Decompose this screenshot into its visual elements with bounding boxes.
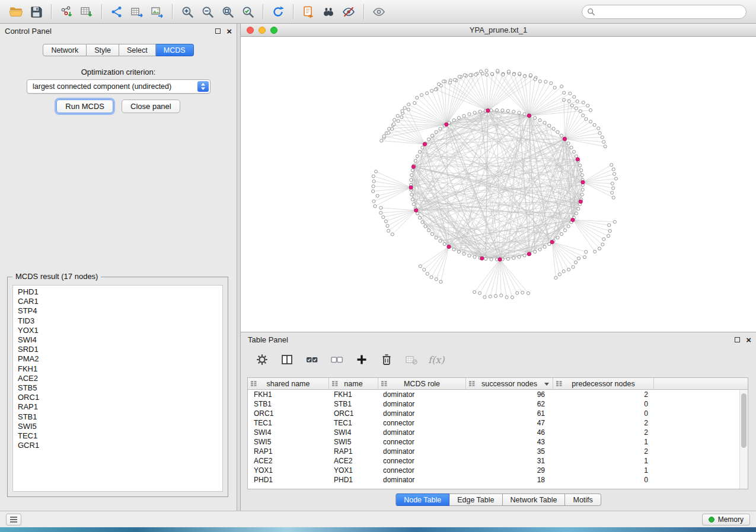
table-tab[interactable]: Edge Table [449, 493, 502, 506]
add-column-button[interactable] [353, 351, 370, 368]
export-table-button[interactable] [127, 3, 146, 21]
list-item[interactable]: SWI4 [13, 335, 222, 345]
column-header[interactable]: name [329, 378, 378, 390]
export-image-button[interactable] [148, 3, 167, 21]
status-menu-button[interactable] [6, 514, 21, 525]
clone-network-button[interactable] [299, 3, 318, 21]
show-graphics-details-button[interactable] [369, 3, 388, 21]
list-item[interactable]: PMA2 [13, 354, 222, 364]
table-row[interactable]: PHD1 PHD1 dominator 18 0 [248, 475, 748, 485]
table-settings-button[interactable] [254, 351, 270, 368]
zoom-fit-icon [221, 5, 235, 19]
table-tab[interactable]: Network Table [503, 493, 566, 506]
refresh-icon [271, 5, 285, 19]
search-box[interactable] [582, 5, 747, 19]
control-panel-close-button[interactable]: × [227, 27, 232, 36]
run-mcds-button[interactable]: Run MCDS [56, 100, 113, 113]
list-item[interactable]: STP4 [13, 306, 222, 316]
table-panel-float-button[interactable] [735, 337, 740, 342]
control-panel-float-button[interactable] [215, 28, 221, 34]
zoom-fit-button[interactable] [218, 3, 237, 21]
list-item[interactable]: TID3 [13, 316, 222, 326]
network-title: YPA_prune.txt_1 [241, 25, 756, 34]
open-session-button[interactable] [7, 3, 25, 21]
table-row[interactable]: STB1 STB1 dominator 62 0 [248, 399, 748, 409]
table-row[interactable]: TEC1 TEC1 connector 47 2 [248, 418, 748, 428]
table-row[interactable]: ACE2 ACE2 connector 31 1 [248, 456, 748, 466]
control-panel-tabs: NetworkStyleSelectMCDS [0, 44, 237, 56]
column-header[interactable]: predecessor nodes [553, 378, 654, 390]
network-window: YPA_prune.txt_1 [241, 24, 756, 332]
list-item[interactable]: TEC1 [13, 431, 222, 441]
deselect-all-button[interactable] [328, 351, 345, 368]
import-table-button[interactable] [77, 3, 96, 21]
refresh-layout-button[interactable] [269, 3, 288, 21]
column-grid-icon [381, 381, 387, 386]
column-header[interactable]: MCDS role [378, 378, 466, 390]
export-network-button[interactable] [107, 3, 126, 21]
table-disabled-icon [404, 352, 419, 367]
control-panel-tab[interactable]: Select [119, 44, 156, 56]
zoom-in-button[interactable] [178, 3, 197, 21]
column-grid-icon [251, 381, 257, 386]
binoculars-icon [321, 5, 336, 19]
hide-selection-button[interactable] [339, 3, 358, 21]
list-item[interactable]: ACE2 [13, 374, 222, 383]
list-item[interactable]: YOX1 [13, 326, 222, 335]
scrollbar-thumb[interactable] [741, 393, 747, 448]
column-header[interactable]: successor nodes [466, 378, 553, 390]
trash-icon [379, 352, 394, 367]
table-scrollbar[interactable] [739, 390, 748, 489]
table-row[interactable]: RAP1 RAP1 dominator 35 2 [248, 447, 748, 456]
zoom-out-button[interactable] [198, 3, 217, 21]
list-item[interactable]: GCR1 [13, 441, 222, 450]
table-row[interactable]: ORC1 ORC1 dominator 61 0 [248, 409, 748, 418]
select-all-button[interactable] [304, 351, 320, 368]
control-panel-tab[interactable]: Network [43, 44, 87, 56]
table-panel-close-button[interactable]: × [746, 335, 751, 344]
column-grid-icon [469, 381, 475, 386]
save-session-button[interactable] [27, 3, 46, 21]
table-tab[interactable]: Motifs [565, 493, 601, 506]
table-row[interactable]: SWI4 SWI4 dominator 46 2 [248, 428, 748, 437]
memory-status-dot [709, 517, 714, 523]
table-row[interactable]: SWI5 SWI5 connector 43 1 [248, 437, 748, 447]
list-item[interactable]: STB5 [13, 383, 222, 393]
list-item[interactable]: FKH1 [13, 364, 222, 374]
optimization-criterion-select[interactable]: largest connected component (undirected) [27, 79, 210, 94]
zoom-in-icon [180, 5, 194, 19]
list-item[interactable]: SWI5 [13, 422, 222, 431]
table-tab[interactable]: Node Table [395, 493, 449, 506]
list-item[interactable]: ORC1 [13, 393, 222, 402]
mcds-result-list[interactable]: PHD1CAR1STP4TID3YOX1SWI4SRD1PMA2FKH1ACE2… [12, 285, 223, 492]
column-chooser-button[interactable] [279, 351, 295, 368]
list-item[interactable]: PHD1 [13, 287, 222, 297]
import-table-disabled-button [403, 351, 420, 368]
table-row[interactable]: FKH1 FKH1 dominator 96 2 [248, 390, 748, 399]
function-builder-button[interactable]: f(x) [428, 354, 444, 366]
control-panel-tab[interactable]: Style [87, 44, 119, 56]
zoom-selected-button[interactable] [238, 3, 257, 21]
find-button[interactable] [319, 3, 338, 21]
search-input[interactable] [598, 7, 741, 16]
list-item[interactable]: CAR1 [13, 297, 222, 306]
network-graph [241, 37, 756, 332]
toolbar-separator [51, 4, 52, 20]
import-network-button[interactable] [57, 3, 76, 21]
memory-button[interactable]: Memory [702, 514, 750, 525]
close-panel-button[interactable]: Close panel [122, 100, 180, 113]
list-item[interactable]: SRD1 [13, 345, 222, 354]
table-panel-title: Table Panel [248, 335, 288, 344]
list-item[interactable]: STB1 [13, 412, 222, 422]
table-row[interactable]: YOX1 YOX1 connector 29 1 [248, 466, 748, 475]
export-table-icon [130, 5, 144, 19]
network-canvas[interactable] [241, 37, 756, 332]
list-item[interactable]: RAP1 [13, 402, 222, 412]
export-image-icon [150, 5, 164, 19]
column-header[interactable]: shared name [248, 378, 329, 390]
mcds-result-title: MCDS result (17 nodes) [12, 272, 101, 281]
control-panel-header: Control Panel × [0, 24, 237, 38]
control-panel-tab[interactable]: MCDS [156, 44, 194, 56]
delete-column-button[interactable] [378, 351, 395, 368]
table-body: FKH1 FKH1 dominator 96 2 STB1 STB1 domin… [248, 390, 748, 485]
